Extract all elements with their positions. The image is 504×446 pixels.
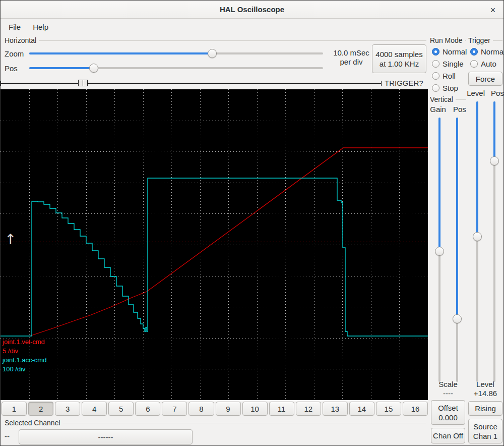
selected-channel-frame-label: Selected Channel [5,419,426,427]
vertical-slider-labels: Gain Pos [430,105,466,114]
channel-button-15[interactable]: 15 [376,402,401,416]
scope-label: joint.1.acc-cmd [3,356,46,365]
scope-channel-labels: joint.1.vel-cmd5 /divjoint.1.acc-cmd100 … [3,338,46,374]
trigger-level-slider[interactable] [473,101,482,382]
chan-off-button[interactable]: Chan Off [431,428,465,443]
vertical-pos-slider[interactable] [453,118,462,382]
force-button[interactable]: Force [468,72,502,86]
titlebar: HAL Oscilloscope × [1,1,503,19]
trigger-level-slider-thumb[interactable] [473,232,482,241]
radio-icon [432,84,439,92]
run-mode-normal-radio[interactable]: Normal [432,47,467,56]
channel-button-6[interactable]: 6 [135,402,160,416]
channel-button-11[interactable]: 11 [269,402,294,416]
trigger-auto-radio[interactable]: Auto [470,59,496,68]
trigger-level-readout: Level +14.86 [468,380,502,398]
vertical-frame-label: Vertical [430,95,466,103]
channel-button-9[interactable]: 9 [216,402,241,416]
trigger-pos-label: Pos [491,89,504,97]
vertical-pos-label: Pos [453,105,466,114]
scope-canvas [1,89,428,400]
channel-button-16[interactable]: 16 [403,402,428,416]
trigger-slider-labels: Level Pos [468,89,502,97]
trigger-pos-slider[interactable] [490,101,499,382]
selected-channel-name-button[interactable]: ------ [19,429,193,444]
run-mode-roll-radio[interactable]: Roll [432,71,456,80]
trigger-level-arrow-icon: ↑ [5,233,16,247]
trigger-frame-label: Trigger [468,36,502,44]
run-mode-stop-radio[interactable]: Stop [432,83,458,92]
trigger-position-marker[interactable] [78,80,88,86]
horizontal-frame-label: Horizontal [5,36,426,44]
source-button[interactable]: Source Chan 1 [468,419,502,443]
radio-icon [470,60,478,68]
sample-rate-readout: 10.0 mSec per div [328,48,374,67]
zoom-slider-thumb[interactable] [208,49,217,58]
run-mode-frame-label: Run Mode [430,36,466,44]
channel-button-5[interactable]: 5 [108,402,134,416]
radio-icon [470,48,478,55]
channel-button-7[interactable]: 7 [162,402,187,416]
radio-icon [432,60,439,68]
vertical-pos-slider-thumb[interactable] [453,314,462,323]
menubar: File Help [1,19,503,35]
pos-slider[interactable] [29,64,323,73]
channel-button-12[interactable]: 12 [296,402,321,416]
vertical-gain-label: Gain [430,105,446,114]
edge-button[interactable]: Rising [468,401,502,416]
zoom-label: Zoom [5,49,24,58]
menu-help[interactable]: Help [27,20,54,34]
window-title: HAL Oscilloscope [220,5,284,14]
channel-button-8[interactable]: 8 [188,402,214,416]
scope-display: ↑ joint.1.vel-cmd5 /divjoint.1.acc-cmd10… [1,89,428,400]
vertical-gain-slider-thumb[interactable] [435,247,444,256]
trigger-position-bar[interactable] [1,80,382,87]
app-window: HAL Oscilloscope × File Help Horizontal … [0,0,504,446]
channel-button-4[interactable]: 4 [82,402,107,416]
trigger-status-label: TRIGGER? [385,79,427,87]
channel-button-10[interactable]: 10 [242,402,268,416]
menu-file[interactable]: File [3,20,27,34]
radio-icon [432,48,439,55]
scope-label: 5 /div [3,347,46,356]
offset-button[interactable]: Offset 0.000 [431,400,465,425]
channel-button-3[interactable]: 3 [55,402,80,416]
trigger-pos-slider-thumb[interactable] [490,156,499,165]
pos-slider-thumb[interactable] [89,64,98,73]
selected-channel-status: -- [5,432,10,440]
channel-button-14[interactable]: 14 [349,402,374,416]
samples-button[interactable]: 4000 samples at 1.00 KHz [372,44,426,73]
radio-icon [432,72,439,80]
channel-button-row: 1 2 3 4 5 6 7 8 9 10 11 12 13 14 15 16 [2,402,428,416]
channel-button-13[interactable]: 13 [323,402,348,416]
trigger-level-label: Level [467,89,485,97]
scope-label: 100 /div [3,365,46,374]
scope-label: joint.1.vel-cmd [3,338,46,347]
close-icon[interactable]: × [487,5,498,16]
channel-button-1[interactable]: 1 [2,402,27,416]
channel-button-2[interactable]: 2 [28,402,53,416]
pos-label: Pos [5,64,18,73]
zoom-slider[interactable] [29,49,323,58]
vertical-gain-slider[interactable] [435,118,444,382]
trigger-normal-radio[interactable]: Normal [470,47,504,56]
run-mode-single-radio[interactable]: Single [432,59,464,68]
scale-readout: Scale ---- [431,380,465,398]
